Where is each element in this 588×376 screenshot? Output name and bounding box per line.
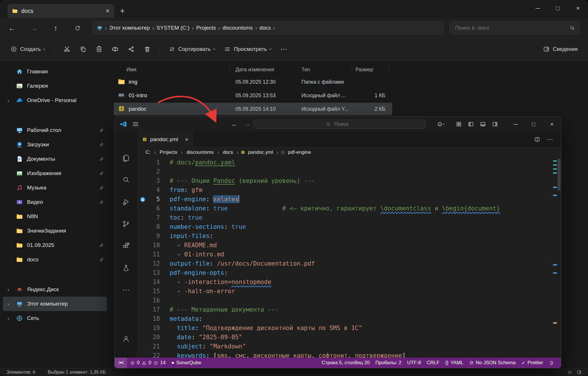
breadcrumb-item[interactable]: discountsms [221, 24, 255, 32]
vscode-minimize-button[interactable]: ─ [507, 117, 525, 132]
chevron-right-icon[interactable]: › [5, 315, 12, 322]
prettier-status[interactable]: ✓ Prettier [519, 360, 546, 366]
copy-button[interactable] [76, 43, 90, 55]
sidebar-item-значкизадания[interactable]: ЗначкиЗадания [3, 224, 107, 238]
code-line-13[interactable]: 13pdf-engine-opts: [144, 268, 552, 277]
toggle-panel-icon[interactable] [477, 117, 489, 132]
code-line-10[interactable]: 10 - README.md [144, 241, 552, 250]
more-button[interactable]: ⋯ [277, 43, 290, 55]
maximize-button[interactable]: □ [548, 0, 568, 17]
sidebar-item-документы[interactable]: Документы [3, 152, 107, 166]
sidebar-item-яндекс-диск[interactable]: ›Яндекс.Диск [3, 282, 107, 297]
chevron-right-icon[interactable]: › [5, 301, 12, 307]
code-line-15[interactable]: 15 - -halt-on-error [144, 287, 552, 296]
details-view-icon[interactable] [577, 370, 582, 375]
schema-status[interactable]: No JSON Schema [466, 360, 519, 366]
editor-breadcrumb-item[interactable]: C: [144, 149, 152, 156]
code-line-4[interactable]: 4from: gfm [144, 185, 552, 195]
code-line-1[interactable]: 1# docs/pandoc.yaml [144, 158, 552, 167]
breadcrumb-item[interactable]: Этот компьютер [107, 24, 152, 32]
refresh-button[interactable] [72, 22, 83, 34]
sidebar-item-изображения[interactable]: Изображения [3, 166, 107, 181]
code-line-20[interactable]: 20 date: "2025-09-05" [144, 333, 552, 342]
chevron-right-icon[interactable]: › [5, 286, 12, 293]
file-row-01-intro[interactable]: 01-intro05.09.2025 13:53Исходный файл ..… [114, 89, 392, 102]
cursor-position[interactable]: Строка 5, столбец 20 [319, 360, 372, 366]
copilot-icon[interactable]: › [433, 117, 449, 132]
tab-pandoc-yml[interactable]: pandoc.yml × [138, 132, 193, 147]
editor-forward-button[interactable]: → [241, 117, 254, 132]
remote-indicator[interactable]: >< [115, 358, 127, 368]
editor-breadcrumb-item[interactable]: Projects [158, 149, 179, 156]
paste-button[interactable] [92, 43, 106, 55]
code-line-21[interactable]: 21 subject: "Markdown" [144, 342, 552, 351]
menu-icon[interactable] [132, 120, 139, 128]
code-line-16[interactable]: 16 [144, 296, 552, 305]
minimize-button[interactable]: ─ [528, 0, 548, 17]
customize-layout-icon[interactable] [453, 117, 465, 132]
up-button[interactable]: ↑ [50, 22, 61, 34]
editor-more-icon[interactable]: ⋯ [544, 132, 556, 147]
source-control-icon[interactable] [115, 216, 138, 232]
search-view-icon[interactable] [115, 172, 138, 188]
editor-breadcrumb-item[interactable]: docs [221, 149, 235, 156]
breadcrumb-item[interactable]: docs [258, 24, 272, 32]
new-tab-button[interactable]: + [120, 7, 125, 15]
cut-button[interactable] [60, 43, 74, 55]
column-header-0[interactable]: Имя [126, 64, 136, 75]
editor-breadcrumb-item[interactable]: pdf-engine [286, 149, 313, 156]
editor-breadcrumb-item[interactable]: discountsms [185, 149, 215, 156]
forward-button[interactable]: → [28, 22, 40, 34]
code-line-9[interactable]: 9input-files: [144, 231, 552, 241]
sidebar-item-музыка[interactable]: Музыка [3, 181, 107, 195]
breadcrumb-item[interactable]: SYSTEM (C:) [155, 24, 191, 32]
search-input[interactable] [454, 24, 569, 31]
editor-back-button[interactable]: ← [228, 117, 241, 132]
code-line-2[interactable]: 2 [144, 167, 552, 176]
problems-indicator[interactable]: 0 0 14 [127, 360, 169, 366]
code-line-7[interactable]: 7toc: true [144, 213, 552, 222]
extensions-icon[interactable] [115, 238, 138, 254]
split-editor-icon[interactable] [531, 132, 543, 147]
command-search-box[interactable] [254, 120, 426, 129]
sidebar-item-сеть[interactable]: ›Сеть [3, 311, 107, 325]
code-line-22[interactable]: 22 keywords: [sms, смс, дисконтные карты… [144, 351, 552, 358]
sidebar-item-галерея[interactable]: Галерея [3, 79, 107, 93]
delete-button[interactable] [141, 43, 154, 55]
create-button[interactable]: Создать › [7, 43, 49, 55]
account-icon[interactable] [115, 331, 138, 347]
details-button[interactable]: Сведения [540, 43, 581, 55]
code-line-8[interactable]: 8number-sections: true [144, 222, 552, 231]
close-button[interactable]: × [568, 0, 588, 17]
tab-close-icon[interactable]: × [185, 136, 188, 143]
code-line-18[interactable]: 18metadata: [144, 314, 552, 323]
more-views-icon[interactable]: ⋯ [115, 282, 138, 298]
sonarqube-status[interactable]: ● SonarQube [169, 360, 204, 366]
sidebar-item-рабочий-стол[interactable]: Рабочий стол [3, 123, 107, 137]
column-header-1[interactable]: Дата изменения [235, 64, 274, 75]
code-line-17[interactable]: 17# --- Метаданные документа --- [144, 305, 552, 314]
code-editor[interactable]: 1# docs/pandoc.yaml23# --- Опции Pandoc … [138, 158, 561, 358]
code-line-11[interactable]: 11 - 01-intro.md [144, 250, 552, 259]
sidebar-item-этот-компьютер[interactable]: ›Этот компьютер [3, 297, 107, 311]
code-line-6[interactable]: 6standalone: true # <— критично, гаранти… [144, 204, 552, 213]
code-line-5[interactable]: 5pdf-engine: xelatex [144, 195, 552, 204]
vscode-close-button[interactable]: × [543, 117, 561, 132]
code-line-3[interactable]: 3# --- Опции Pandoc (верхний уровень) --… [144, 176, 552, 185]
column-header-2[interactable]: Тип [301, 64, 310, 75]
sidebar-item-главная[interactable]: Главная [3, 64, 107, 79]
search-box[interactable] [450, 21, 580, 34]
chevron-right-icon[interactable]: › [5, 97, 12, 104]
explorer-view-icon[interactable] [115, 150, 138, 166]
tab-close-icon[interactable]: × [106, 7, 110, 14]
code-line-14[interactable]: 14 - -interaction=nonstopmode [144, 277, 552, 287]
explorer-tab[interactable]: docs × [7, 4, 114, 18]
sort-button[interactable]: Сортировать › [166, 43, 218, 55]
sidebar-item-onedrive-personal[interactable]: ›OneDrive - Personal [3, 93, 107, 108]
sidebar-item-загрузки[interactable]: Загрузки [3, 137, 107, 152]
address-bar[interactable]: ›Этот компьютер›SYSTEM (C:)›Projects›dis… [92, 21, 443, 34]
sidebar-item-01-09-2025[interactable]: 01.09.2025 [3, 238, 107, 252]
indentation[interactable]: Пробелы: 2 [372, 360, 404, 366]
sidebar-item-docs[interactable]: docs [3, 252, 107, 267]
file-row-img[interactable]: img05.09.2025 12:30Папка с файлами [114, 76, 392, 88]
